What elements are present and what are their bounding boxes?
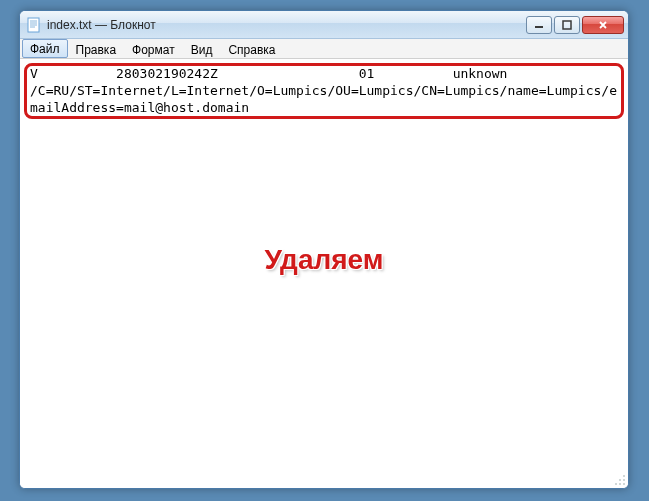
window-title: index.txt — Блокнот	[47, 18, 526, 32]
menu-edit[interactable]: Правка	[68, 39, 125, 58]
resize-grip-icon[interactable]	[612, 472, 626, 486]
menu-help[interactable]: Справка	[220, 39, 283, 58]
cert-line-1: V 280302190242Z 01 unknown	[30, 66, 507, 81]
editor-area[interactable]: V 280302190242Z 01 unknown /C=RU/ST=Inte…	[20, 59, 628, 488]
svg-point-10	[615, 483, 617, 485]
close-button[interactable]	[582, 16, 624, 34]
window-controls	[526, 16, 624, 34]
svg-rect-5	[535, 26, 543, 28]
menubar: Файл Правка Формат Вид Справка	[20, 39, 628, 59]
menu-format[interactable]: Формат	[124, 39, 183, 58]
menu-view[interactable]: Вид	[183, 39, 221, 58]
svg-point-7	[623, 475, 625, 477]
annotation-label: Удаляем	[20, 244, 628, 276]
titlebar[interactable]: index.txt — Блокнот	[20, 11, 628, 39]
svg-point-8	[619, 479, 621, 481]
minimize-button[interactable]	[526, 16, 552, 34]
cert-line-2: /C=RU/ST=Internet/L=Internet/O=Lumpics/O…	[30, 83, 617, 115]
menu-file[interactable]: Файл	[22, 39, 68, 58]
svg-point-11	[619, 483, 621, 485]
maximize-button[interactable]	[554, 16, 580, 34]
svg-point-9	[623, 479, 625, 481]
notepad-icon	[26, 17, 42, 33]
text-content[interactable]: V 280302190242Z 01 unknown /C=RU/ST=Inte…	[26, 63, 622, 118]
svg-point-12	[623, 483, 625, 485]
notepad-window: index.txt — Блокнот Файл Правка Формат В…	[19, 10, 629, 489]
svg-rect-6	[563, 21, 571, 29]
